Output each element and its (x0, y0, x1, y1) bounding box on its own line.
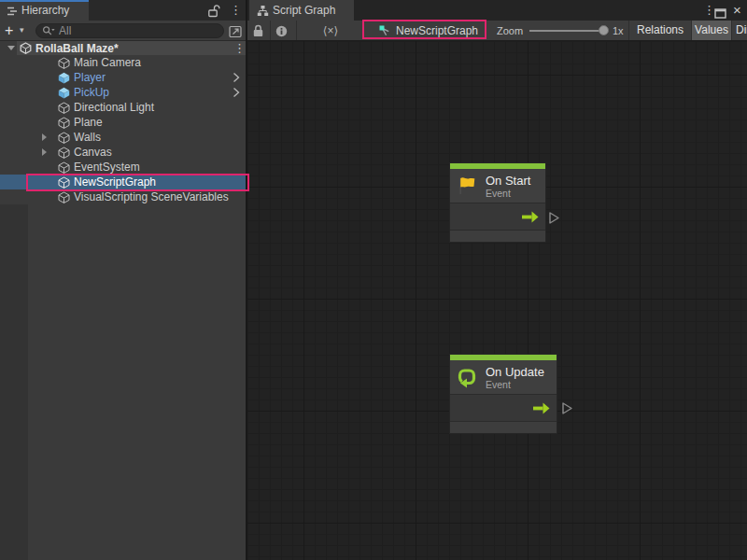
graph-breadcrumb[interactable]: NewScriptGraph (378, 21, 478, 40)
hierarchy-item-label: VisualScripting SceneVariables (74, 190, 229, 203)
tab-hierarchy[interactable]: Hierarchy (0, 0, 89, 21)
prefab-open-chevron-icon[interactable] (233, 87, 240, 98)
node-on-start[interactable]: On Start Event (449, 162, 546, 243)
node-title: On Start (486, 174, 530, 188)
gameobject-icon (58, 161, 70, 174)
hierarchy-item-label: Player (74, 71, 106, 84)
hierarchy-item-pickup[interactable]: PickUp (0, 85, 246, 100)
hierarchy-toolbar: + ▾ (0, 21, 246, 41)
hierarchy-item-label: PickUp (74, 86, 109, 99)
scene-name: RollaBall Maze* (35, 42, 119, 55)
script-graph-tabbar: Script Graph ⋮ × (247, 0, 747, 21)
gameobject-icon (58, 191, 70, 203)
variables-toggle-icon[interactable]: ⟨×⟩ (315, 24, 346, 37)
tab-hierarchy-label: Hierarchy (21, 4, 69, 17)
lock-icon[interactable] (253, 24, 263, 41)
hierarchy-item-eventsystem[interactable]: EventSystem (0, 160, 246, 175)
toolbar-separator (296, 21, 297, 40)
node-subtitle: Event (486, 188, 530, 199)
tab-script-graph-label: Script Graph (273, 4, 335, 17)
create-object-caret-icon[interactable]: ▾ (20, 21, 24, 40)
graph-icon (257, 5, 269, 17)
graph-breadcrumb-label: NewScriptGraph (396, 24, 478, 37)
hierarchy-item-label: EventSystem (74, 161, 140, 174)
node-header: On Update Event (450, 360, 557, 395)
hierarchy-item-main-camera[interactable]: Main Camera (0, 55, 246, 70)
gameobject-icon (58, 132, 70, 144)
hierarchy-left-gutter (0, 204, 28, 560)
node-title: On Update (486, 365, 544, 379)
hierarchy-item-label: Plane (74, 116, 103, 129)
foldout-collapsed-icon[interactable] (42, 133, 47, 141)
info-icon[interactable] (275, 24, 288, 41)
flow-output-port[interactable] (548, 211, 560, 225)
node-header: On Start Event (450, 169, 545, 203)
node-footer (450, 231, 545, 242)
hierarchy-item-directional-light[interactable]: Directional Light (0, 100, 246, 115)
node-body (450, 203, 545, 231)
hierarchy-list-icon (7, 6, 19, 17)
zoom-value: 1x (613, 25, 624, 36)
prefab-open-chevron-icon[interactable] (233, 72, 240, 83)
hierarchy-search-field[interactable] (35, 23, 224, 38)
flag-icon (456, 175, 478, 197)
foldout-collapsed-icon[interactable] (42, 148, 47, 156)
flow-output-arrow-icon (533, 402, 550, 414)
script-graph-asset-icon (378, 24, 391, 37)
hierarchy-tabbar: Hierarchy ⋮ (0, 0, 246, 21)
unity-scene-icon (20, 42, 32, 54)
hierarchy-item-player[interactable]: Player (0, 70, 246, 85)
relations-toggle-button[interactable]: Relations (629, 21, 691, 40)
gameobject-icon (58, 117, 70, 129)
script-graph-toolbar: ⟨×⟩ NewScriptGraph Zoom 1x Relations Val… (247, 21, 747, 41)
zoom-slider-track[interactable] (529, 30, 605, 32)
loop-icon (456, 366, 478, 388)
hierarchy-list: Main Camera Player PickUp Directional Li… (0, 55, 246, 204)
node-subtitle: Event (486, 379, 544, 390)
hierarchy-kebab-menu-icon[interactable]: ⋮ (230, 3, 242, 18)
gameobject-icon (58, 147, 70, 159)
unity-editor-window: Hierarchy ⋮ + ▾ RollaBall Maze* ⋮ (0, 0, 747, 560)
hierarchy-item-visualscripting-scenevariables[interactable]: VisualScripting SceneVariables (0, 189, 246, 204)
dim-toggle-button[interactable]: Dim (731, 21, 747, 40)
tab-script-graph[interactable]: Script Graph (249, 0, 354, 21)
scene-header-row[interactable]: RollaBall Maze* ⋮ (0, 41, 246, 55)
hierarchy-item-newscriptgraph[interactable]: NewScriptGraph (0, 175, 246, 189)
toolbar-separator (270, 21, 271, 40)
hierarchy-item-label: Directional Light (74, 101, 154, 114)
node-footer (450, 422, 557, 433)
gameobject-icon (58, 176, 70, 189)
unlock-icon[interactable] (208, 4, 220, 21)
hierarchy-item-label: Main Camera (74, 56, 141, 69)
search-input[interactable] (59, 24, 218, 37)
node-body (450, 395, 557, 422)
hierarchy-item-label: Walls (74, 131, 101, 144)
node-on-update[interactable]: On Update Event (449, 354, 557, 434)
gameobject-icon (58, 57, 70, 69)
hierarchy-panel: Hierarchy ⋮ + ▾ RollaBall Maze* ⋮ (0, 0, 246, 560)
prefab-icon (58, 72, 70, 84)
prefab-icon (58, 87, 70, 99)
graph-canvas[interactable]: On Start Event On U (247, 41, 747, 560)
create-object-button[interactable]: + (5, 21, 13, 40)
search-icon[interactable] (42, 25, 55, 36)
close-icon[interactable]: × (733, 2, 741, 19)
zoom-label: Zoom (497, 25, 523, 36)
script-graph-panel: Script Graph ⋮ × ⟨×⟩ NewScriptGraph Zoom (247, 0, 747, 560)
zoom-slider-handle[interactable] (599, 25, 609, 35)
flow-output-port[interactable] (561, 401, 573, 415)
hierarchy-item-walls[interactable]: Walls (0, 130, 246, 145)
scene-foldout-icon[interactable] (7, 46, 15, 50)
gameobject-icon (58, 102, 70, 114)
hierarchy-item-label: NewScriptGraph (74, 175, 156, 189)
hierarchy-item-label: Canvas (74, 146, 112, 159)
flow-output-arrow-icon (522, 211, 539, 223)
open-search-window-icon[interactable] (229, 24, 243, 42)
hierarchy-item-canvas[interactable]: Canvas (0, 145, 246, 160)
values-toggle-button[interactable]: Values (692, 21, 731, 40)
scene-kebab-menu-icon[interactable]: ⋮ (233, 41, 246, 56)
hierarchy-item-plane[interactable]: Plane (0, 115, 246, 130)
